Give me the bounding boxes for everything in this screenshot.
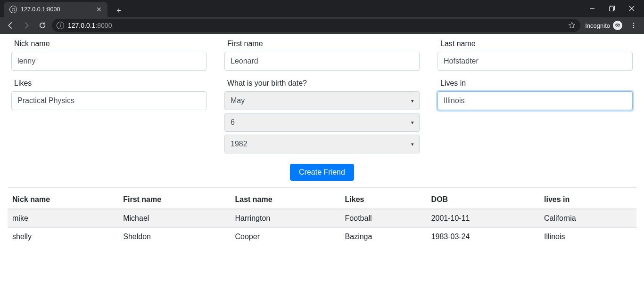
field-nickname: Nick name — [8, 40, 210, 78]
browser-chrome: 127.0.0.1:8000 ✕ ＋ i 12 — [0, 0, 644, 34]
close-window-icon[interactable] — [626, 3, 637, 14]
field-likes: Likes — [8, 79, 210, 161]
svg-point-5 — [633, 23, 634, 24]
svg-rect-2 — [610, 7, 614, 11]
divider — [8, 187, 636, 188]
lastname-label: Last name — [438, 40, 633, 48]
page-content: Nick name First name Last name Likes Wha… — [0, 34, 644, 251]
likes-input[interactable] — [11, 91, 206, 110]
cell-last: Harrington — [231, 209, 340, 228]
birthdate-year-select[interactable]: 1982 — [224, 135, 420, 153]
livesin-label: Lives in — [438, 79, 633, 88]
cell-livesin: Illinois — [539, 228, 636, 246]
form-row-1: Nick name First name Last name — [8, 40, 636, 78]
minimize-icon[interactable] — [586, 3, 598, 14]
field-lastname: Last name — [434, 40, 636, 78]
friends-table: Nick name First name Last name Likes DOB… — [8, 191, 636, 246]
col-first: First name — [118, 191, 230, 209]
incognito-icon — [613, 21, 622, 30]
cell-first: Sheldon — [118, 228, 230, 246]
birthdate-label: What is your birth date? — [224, 79, 420, 88]
globe-icon — [9, 6, 17, 13]
col-nick: Nick name — [8, 191, 118, 209]
cell-dob: 2001-10-11 — [427, 209, 539, 228]
create-friend-button[interactable]: Create Friend — [290, 164, 354, 181]
maximize-icon[interactable] — [606, 3, 618, 14]
browser-toolbar: i 127.0.0.1:8000 Incognito — [0, 17, 644, 34]
col-last: Last name — [231, 191, 340, 209]
incognito-label: Incognito — [585, 22, 610, 29]
cell-nick: shelly — [8, 228, 118, 246]
field-livesin: Lives in — [434, 79, 636, 161]
reload-icon[interactable] — [36, 19, 49, 32]
cell-likes: Bazinga — [340, 228, 427, 246]
window-controls — [586, 0, 641, 17]
col-likes: Likes — [340, 191, 427, 209]
table-row: mike Michael Harrington Football 2001-10… — [8, 209, 636, 228]
menu-icon[interactable] — [627, 19, 640, 32]
cell-nick: mike — [8, 209, 118, 228]
bookmark-star-icon[interactable] — [568, 22, 576, 29]
site-info-icon[interactable]: i — [57, 22, 64, 29]
birthdate-day-select[interactable]: 6 — [224, 113, 420, 132]
table-row: shelly Sheldon Cooper Bazinga 1983-03-24… — [8, 228, 636, 246]
field-birthdate: What is your birth date? May 6 1982 — [221, 79, 423, 161]
field-firstname: First name — [221, 40, 423, 78]
submit-row: Create Friend — [8, 164, 636, 181]
likes-label: Likes — [11, 79, 206, 88]
url-text: 127.0.0.1:8000 — [68, 22, 112, 29]
cell-dob: 1983-03-24 — [427, 228, 539, 246]
svg-point-7 — [633, 27, 634, 28]
table-header-row: Nick name First name Last name Likes DOB… — [8, 191, 636, 209]
birthdate-month-select[interactable]: May — [224, 91, 420, 110]
tab-strip: 127.0.0.1:8000 ✕ ＋ — [0, 0, 644, 17]
nickname-input[interactable] — [11, 52, 206, 71]
form-row-2: Likes What is your birth date? May 6 198… — [8, 79, 636, 161]
cell-likes: Football — [340, 209, 427, 228]
firstname-input[interactable] — [224, 52, 420, 71]
lastname-input[interactable] — [438, 52, 633, 71]
nickname-label: Nick name — [11, 40, 206, 48]
livesin-input[interactable] — [438, 91, 633, 110]
svg-point-6 — [633, 25, 634, 26]
col-livesin: lives in — [539, 191, 636, 209]
cell-last: Cooper — [231, 228, 340, 246]
back-icon[interactable] — [4, 19, 17, 32]
browser-tab[interactable]: 127.0.0.1:8000 ✕ — [4, 2, 107, 17]
cell-livesin: California — [539, 209, 636, 228]
cell-first: Michael — [118, 209, 230, 228]
address-bar[interactable]: i 127.0.0.1:8000 — [52, 19, 580, 32]
incognito-indicator: Incognito — [583, 21, 624, 30]
firstname-label: First name — [224, 40, 420, 48]
new-tab-button[interactable]: ＋ — [112, 4, 125, 17]
forward-icon[interactable] — [20, 19, 33, 32]
col-dob: DOB — [427, 191, 539, 209]
tab-title: 127.0.0.1:8000 — [21, 6, 91, 13]
close-tab-icon[interactable]: ✕ — [95, 6, 103, 13]
